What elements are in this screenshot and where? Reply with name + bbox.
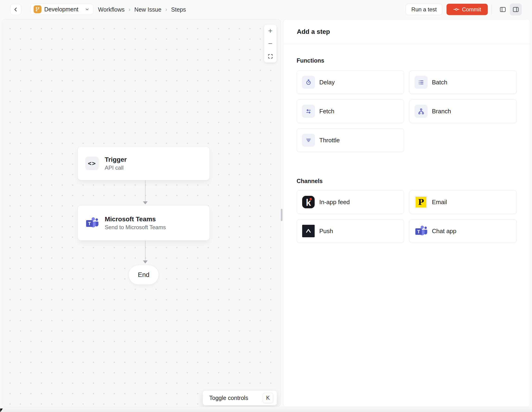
toggle-left-panel-button[interactable]	[497, 4, 508, 15]
chevron-left-icon	[13, 7, 19, 12]
svg-text:T: T	[417, 229, 420, 234]
fit-view-button[interactable]	[264, 50, 277, 63]
step-card-throttle[interactable]: Throttle	[297, 128, 404, 152]
run-test-label: Run a test	[411, 6, 437, 13]
commit-button[interactable]: Commit	[446, 4, 488, 15]
workflow-editor: Development Workflows › New Issue › Step…	[0, 0, 532, 412]
step-card-label: Fetch	[319, 108, 334, 115]
step-card-label: Push	[319, 228, 333, 235]
commit-label: Commit	[462, 6, 481, 13]
teams-node-title: Microsoft Teams	[105, 215, 166, 223]
panel-title: Add a step	[297, 28, 330, 36]
trigger-node-title: Trigger	[105, 156, 127, 163]
channels-grid: k In-app feed P Email Pu	[297, 190, 517, 243]
svg-text:T: T	[88, 221, 91, 226]
delay-stopwatch-icon	[302, 76, 315, 89]
mouse-cursor	[0, 409, 3, 412]
edge-arrowhead	[143, 201, 148, 204]
back-button[interactable]	[10, 4, 21, 15]
step-card-fetch[interactable]: Fetch	[297, 99, 404, 123]
step-card-label: Email	[432, 199, 447, 206]
git-branch-icon	[34, 5, 41, 13]
teams-node-subtitle: Send to Microsoft Teams	[105, 224, 166, 230]
push-provider-icon	[302, 225, 315, 238]
panel-left-icon	[499, 6, 506, 13]
environment-selector[interactable]: Development	[30, 4, 93, 15]
environment-label: Development	[44, 6, 78, 13]
postmark-email-icon: P	[415, 196, 428, 209]
breadcrumb-new-issue[interactable]: New Issue	[134, 6, 162, 13]
knock-feed-icon: k	[302, 196, 315, 209]
panel-resize-handle[interactable]	[281, 209, 283, 221]
step-card-batch[interactable]: Batch	[409, 70, 517, 94]
end-node-label: End	[138, 271, 150, 278]
trigger-node[interactable]: <> Trigger API call	[78, 146, 210, 180]
keyboard-shortcut-badge: K	[263, 393, 273, 403]
chevron-down-icon	[84, 7, 90, 12]
step-card-in-app-feed[interactable]: k In-app feed	[297, 190, 404, 214]
step-card-email[interactable]: P Email	[409, 190, 517, 214]
trigger-node-subtitle: API call	[105, 164, 127, 171]
code-icon: <>	[85, 157, 99, 170]
step-card-label: In-app feed	[319, 199, 350, 206]
edge-teams-to-end	[145, 240, 145, 261]
step-card-chat-app[interactable]: T Chat app	[409, 219, 517, 243]
zoom-out-button[interactable]: −	[264, 37, 277, 50]
fetch-arrows-icon	[302, 105, 315, 118]
breadcrumb-separator: ›	[165, 6, 167, 13]
git-commit-icon	[453, 6, 459, 12]
teams-step-node[interactable]: T Microsoft Teams Send to Microsoft Team…	[78, 205, 210, 240]
step-card-label: Branch	[432, 108, 451, 115]
toggle-right-panel-button[interactable]	[510, 3, 522, 16]
panel-right-icon	[512, 6, 519, 13]
breadcrumb-steps[interactable]: Steps	[171, 6, 186, 13]
top-bar: Development Workflows › New Issue › Step…	[0, 0, 532, 19]
panel-header: Add a step	[283, 19, 530, 44]
step-card-label: Throttle	[319, 137, 340, 144]
functions-grid: Delay Batch Fetch	[297, 70, 517, 152]
step-card-label: Batch	[432, 79, 447, 86]
toolbar-divider	[492, 4, 492, 15]
functions-section-label: Functions	[297, 57, 517, 64]
step-card-push[interactable]: Push	[297, 219, 404, 243]
step-card-label: Delay	[319, 79, 335, 86]
edge-arrowhead	[143, 260, 148, 263]
breadcrumb-workflows[interactable]: Workflows	[98, 6, 125, 13]
workflow-canvas[interactable]: + − <> Trigger API call	[2, 19, 281, 407]
zoom-in-button[interactable]: +	[264, 25, 277, 37]
batch-list-icon	[415, 76, 428, 89]
toggle-controls-label: Toggle controls	[209, 395, 248, 401]
channels-section-label: Channels	[297, 178, 517, 184]
edge-trigger-to-teams	[145, 180, 145, 201]
throttle-funnel-icon	[302, 134, 315, 147]
ms-teams-icon: T	[85, 216, 99, 230]
end-node[interactable]: End	[128, 265, 159, 285]
ms-teams-icon: T	[415, 225, 428, 238]
breadcrumb-separator: ›	[129, 6, 131, 13]
zoom-controls: + −	[264, 25, 277, 63]
run-test-button[interactable]: Run a test	[406, 4, 442, 15]
bottom-edge	[0, 407, 532, 412]
step-card-label: Chat app	[432, 228, 456, 235]
step-card-delay[interactable]: Delay	[297, 70, 404, 94]
step-card-branch[interactable]: Branch	[409, 99, 517, 123]
toggle-controls-button[interactable]: Toggle controls K	[202, 390, 277, 405]
branch-hierarchy-icon	[415, 105, 428, 118]
add-step-panel: Add a step Functions Delay Batch	[283, 19, 530, 407]
breadcrumb: Workflows › New Issue › Steps	[98, 0, 186, 19]
